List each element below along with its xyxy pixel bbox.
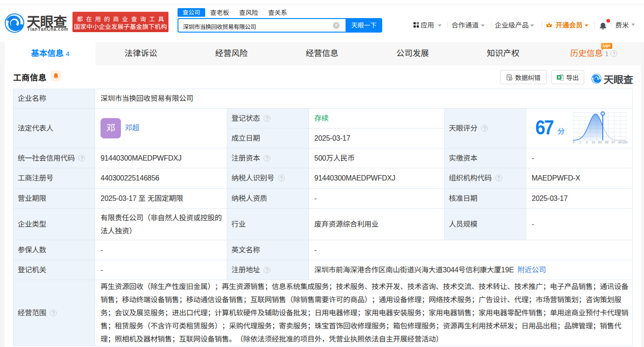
svg-text:3: 3	[586, 140, 587, 144]
svg-text:0: 0	[573, 140, 575, 144]
svg-text:97: 97	[611, 140, 615, 144]
svg-text:1: 1	[579, 140, 581, 144]
svg-text:85: 85	[605, 140, 608, 144]
svg-text:100: 100	[622, 140, 627, 144]
svg-text:15: 15	[591, 140, 595, 144]
svg-text:50: 50	[598, 140, 601, 144]
svg-text:99: 99	[618, 140, 621, 144]
